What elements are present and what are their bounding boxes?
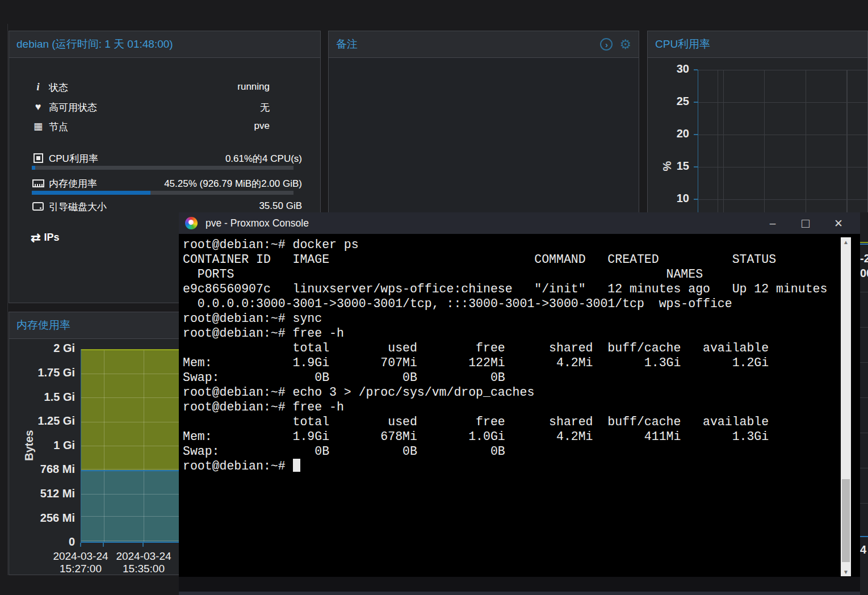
mem-axis-unit: Bytes [23, 430, 36, 460]
console-window-title: pve - Proxmox Console [206, 217, 309, 229]
edit-notes-button[interactable]: ⚙ [619, 38, 631, 51]
scrollbar-thumb[interactable] [842, 479, 850, 562]
console-bottom-border [179, 592, 860, 595]
ha-label: 高可用状态 [49, 101, 97, 114]
fragment-gridline [860, 397, 868, 398]
mem-xlabel-date: 2024-03-24 [107, 550, 181, 563]
terminal-line: root@debian:~# docker ps [183, 237, 827, 252]
console-scrollbar[interactable]: ▲ ▼ [841, 237, 851, 576]
cpu-usage-bar [32, 166, 293, 170]
mem-axis-tick [103, 543, 104, 547]
expand-notes-button[interactable]: › [600, 38, 613, 51]
console-titlebar[interactable]: pve - Proxmox Console – □ ✕ [179, 212, 860, 234]
terminal-prompt-line: root@debian:~# [183, 459, 827, 474]
cpu-axis-tick [694, 199, 698, 200]
chevron-right-icon: › [605, 40, 608, 49]
terminal-cursor [293, 459, 300, 472]
mem-ytick: 1.25 Gi [37, 414, 75, 428]
cpu-ytick: 15 [677, 160, 689, 173]
mem-ytick: 2 Gi [53, 342, 75, 355]
mem-ytick: 1.5 Gi [44, 391, 75, 404]
console-app-icon [185, 217, 198, 229]
scroll-down-icon[interactable]: ▼ [841, 567, 851, 576]
status-value: running [237, 81, 270, 93]
cpu-axis-unit: % [661, 161, 674, 171]
fragment-gridline [860, 292, 868, 292]
fragment-gridline [860, 503, 868, 504]
terminal-line: PORTS NAMES [183, 267, 827, 282]
fragment-text: -2 [860, 252, 868, 265]
terminal-line: root@debian:~# echo 3 > /proc/sys/vm/dro… [183, 385, 827, 400]
memory-usage-label: 内存使用率 [49, 177, 97, 190]
terminal-line: CONTAINER ID IMAGE COMMAND CREATED STATU… [183, 252, 827, 267]
cpu-ytick: 20 [677, 127, 689, 140]
cpu-ytick: 25 [677, 95, 689, 108]
minimize-button[interactable]: – [761, 212, 784, 234]
memory-usage-bar-fill [32, 191, 150, 195]
status-label: 状态 [49, 81, 68, 94]
terminal-line: e9c86560907c linuxserver/wps-office:chin… [183, 282, 827, 296]
mem-ytick: 256 Mi [40, 512, 75, 525]
mem-ytick: 0 [69, 535, 75, 548]
fragment-blue-line [860, 244, 868, 245]
node-value: pve [254, 120, 270, 132]
ips-label: IPs [44, 232, 60, 243]
cpu-axis-tick [694, 69, 698, 70]
heart-icon: ♥ [32, 101, 44, 113]
ha-value: 无 [260, 101, 270, 114]
status-row: i 状态 running [9, 81, 321, 94]
background-chart-fragment: -2 00 4 [860, 212, 868, 595]
info-icon: i [32, 81, 44, 93]
cpu-axis-tick [694, 134, 698, 135]
memory-usage-row: 内存使用率 45.25% (926.79 MiB的2.00 GiB) [9, 177, 321, 190]
console-output[interactable]: root@debian:~# docker ps CONTAINER ID IM… [179, 234, 860, 577]
terminal-line: Swap: 0B 0B 0B [183, 370, 827, 385]
mem-axis-tick [142, 543, 144, 547]
cpu-chart-panel-header: CPU利用率 [648, 31, 867, 58]
mem-axis-tick [80, 543, 81, 547]
bootdisk-row: 引导磁盘大小 35.50 GiB [9, 200, 321, 213]
console-bottom-padding [179, 577, 860, 592]
mem-xlabel-time: 15:35:00 [107, 563, 181, 575]
fragment-blue-line [860, 536, 868, 537]
fragment-gridline [860, 362, 868, 363]
fragment-text: 4 [860, 543, 866, 556]
notes-title: 备注 [336, 37, 358, 52]
layout-divider [7, 24, 8, 575]
fragment-text: 00 [860, 267, 868, 280]
cpu-chart-title: CPU利用率 [655, 37, 710, 52]
terminal-line: root@debian:~# free -h [183, 326, 827, 341]
terminal-line: total used free shared buff/cache availa… [183, 414, 827, 429]
ips-icon: ⇄ [31, 231, 41, 244]
mem-ytick: 1.75 Gi [37, 366, 75, 379]
cpu-usage-row: CPU利用率 0.61%的4 CPU(s) [9, 152, 321, 165]
terminal-line: total used free shared buff/cache availa… [183, 341, 827, 355]
cpu-usage-bar-fill [32, 166, 35, 170]
memory-usage-value: 45.25% (926.79 MiB的2.00 GiB) [164, 177, 302, 190]
terminal-prompt: root@debian:~# [183, 459, 293, 473]
node-row: ▦ 节点 pve [9, 120, 321, 133]
terminal-line: 0.0.0.0:3000-3001->3000-3001/tcp, :::300… [183, 296, 827, 311]
gear-icon: ⚙ [619, 37, 631, 52]
mem-xlabel: 2024-03-24 15:35:00 [107, 550, 181, 575]
fragment-green-line [860, 242, 868, 243]
scroll-up-icon[interactable]: ▲ [841, 237, 851, 246]
cpu-ytick: 10 [677, 192, 689, 205]
vm-title: debian (运行时间: 1 天 01:48:00) [16, 37, 173, 52]
terminal-text: root@debian:~# docker ps CONTAINER ID IM… [183, 237, 827, 474]
fragment-gridline [860, 468, 868, 468]
cpu-usage-value: 0.61%的4 CPU(s) [225, 152, 302, 165]
cpu-axis-tick [694, 166, 698, 167]
terminal-line: Swap: 0B 0B 0B [183, 444, 827, 459]
cpu-ytick: 30 [677, 62, 689, 76]
close-button[interactable]: ✕ [827, 212, 850, 234]
mem-ytick: 512 Mi [40, 487, 75, 500]
maximize-button[interactable]: □ [794, 212, 817, 234]
console-window: pve - Proxmox Console – □ ✕ root@debian:… [179, 212, 860, 595]
node-label: 节点 [49, 120, 68, 133]
ips-row: ⇄IPs [31, 231, 60, 245]
memory-usage-bar [32, 191, 293, 195]
fragment-gridline [860, 433, 868, 433]
cpu-axis-tick [694, 102, 698, 103]
terminal-line: root@debian:~# sync [183, 311, 827, 326]
